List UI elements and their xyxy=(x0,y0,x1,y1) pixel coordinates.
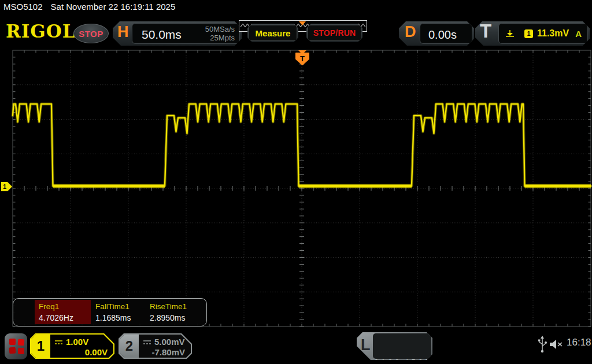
delay-label: D xyxy=(405,23,416,41)
trigger-position-marker[interactable]: T xyxy=(296,50,309,65)
channel1-position-marker[interactable]: 1 xyxy=(1,182,12,191)
measurement-results-box: Freq1 4.7026Hz FallTime1 1.1685ms RiseTi… xyxy=(13,298,207,326)
measurement-value: 2.8950ms xyxy=(150,313,203,322)
channel1-scale: 1.00V xyxy=(66,337,88,347)
channel2-status-block[interactable]: 2 5.00mV -7.80mV xyxy=(119,333,192,359)
horizontal-settings-box[interactable]: H 50.0ms 50MSa/s 25Mpts xyxy=(113,21,242,46)
logic-channel-numbers: 0 1 2 3 4 5 6 7 8 9 1011 12131415 xyxy=(373,333,431,359)
measure-button[interactable]: Measure xyxy=(247,24,298,42)
falling-edge-icon xyxy=(505,29,515,38)
channel1-status-block[interactable]: 1 1.00V 0.00V xyxy=(30,333,114,359)
measurement-risetime1[interactable]: RiseTime1 2.8950ms xyxy=(150,302,203,322)
clock: 16:18 xyxy=(567,337,591,348)
bottom-bar: 1 1.00V 0.00V 2 xyxy=(0,329,592,364)
delay-value: 0.00s xyxy=(428,28,457,42)
run-state-indicator: STOP xyxy=(73,24,109,43)
trigger-source-badge: 1 xyxy=(524,29,533,38)
system-datetime: Sat November 22 16:19:11 2025 xyxy=(51,2,176,12)
channel2-number: 2 xyxy=(120,335,139,358)
trigger-settings-box[interactable]: T 1 11.3mV A xyxy=(475,21,590,46)
app-menu-icon[interactable] xyxy=(5,333,27,359)
channel2-offset: -7.80mV xyxy=(151,347,185,357)
svg-text:1: 1 xyxy=(3,183,6,190)
logic-label: L xyxy=(361,336,371,354)
acquisition-rates: 50MSa/s 25Mpts xyxy=(205,25,235,42)
channel1-number: 1 xyxy=(31,335,50,358)
delay-settings-box[interactable]: D 0.00s xyxy=(399,21,474,46)
stop-run-button[interactable]: STOP/RUN xyxy=(306,24,362,42)
measurement-value: 1.1685ms xyxy=(95,313,149,322)
svg-text:T: T xyxy=(300,54,305,63)
trigger-label: T xyxy=(480,20,491,42)
sample-rate: 50MSa/s xyxy=(205,25,235,34)
measure-button-label: Measure xyxy=(249,25,297,41)
rigol-logo: RIGOL xyxy=(6,21,76,42)
dc-coupling-icon xyxy=(143,339,151,345)
stop-run-button-label: STOP/RUN xyxy=(308,25,361,41)
trigger-level-value: 11.3mV xyxy=(537,28,569,39)
measurement-value: 4.7026Hz xyxy=(39,313,92,322)
measurement-freq1[interactable]: Freq1 4.7026Hz xyxy=(39,302,92,322)
measurement-label: RiseTime1 xyxy=(150,302,203,311)
channel1-offset: 0.00V xyxy=(85,347,108,357)
speaker-muted-icon xyxy=(549,338,564,351)
oscilloscope-screen: MSO5102Sat November 22 16:19:11 2025 T1 … xyxy=(0,0,592,364)
dc-coupling-icon xyxy=(54,339,63,345)
memory-depth: 25Mpts xyxy=(205,34,235,42)
logic-channels-block[interactable]: L 0 1 2 3 4 5 6 7 8 9 1011 12131415 xyxy=(357,332,432,360)
model-name: MSO5102 xyxy=(3,2,43,12)
memory-trigger-position-marker xyxy=(299,21,306,25)
logic-row1: 0 1 2 3 4 5 6 7 xyxy=(373,357,431,364)
trigger-sweep-mode: A xyxy=(575,29,582,39)
statusbar: MSO5102Sat November 22 16:19:11 2025 xyxy=(3,2,175,16)
channel2-scale: 5.00mV xyxy=(154,337,185,347)
usb-icon xyxy=(538,336,547,353)
measurement-falltime1[interactable]: FallTime1 1.1685ms xyxy=(95,302,149,322)
measurement-label: FallTime1 xyxy=(95,302,149,311)
horizontal-label: H xyxy=(117,23,129,41)
measurement-label: Freq1 xyxy=(39,302,92,311)
header-bar: RIGOL STOP H 50.0ms 50MSa/s 25Mpts Measu… xyxy=(0,17,592,49)
timebase-value: 50.0ms xyxy=(142,28,182,42)
